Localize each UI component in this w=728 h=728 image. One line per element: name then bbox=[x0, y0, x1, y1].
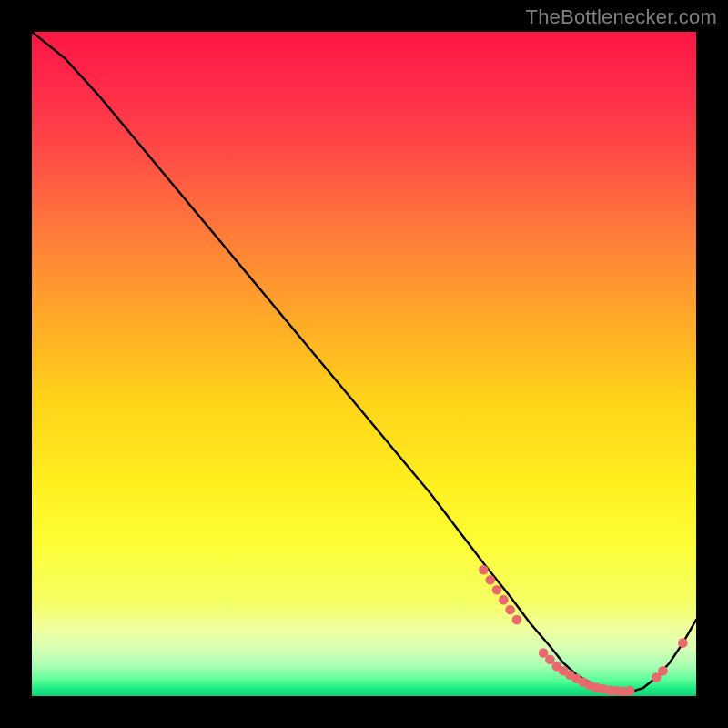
curve-layer bbox=[32, 32, 696, 696]
data-marker bbox=[678, 638, 688, 648]
data-marker bbox=[479, 565, 489, 575]
bottleneck-curve bbox=[32, 32, 696, 693]
data-markers bbox=[479, 565, 688, 696]
data-marker bbox=[485, 575, 495, 585]
data-marker bbox=[499, 595, 509, 605]
data-marker bbox=[505, 605, 515, 615]
chart-container: TheBottlenecker.com bbox=[0, 0, 728, 728]
plot-area bbox=[32, 32, 696, 696]
data-marker bbox=[625, 686, 635, 696]
attribution-text: TheBottlenecker.com bbox=[526, 5, 717, 29]
data-marker bbox=[492, 585, 502, 595]
data-marker bbox=[512, 615, 522, 625]
data-marker bbox=[658, 666, 668, 676]
